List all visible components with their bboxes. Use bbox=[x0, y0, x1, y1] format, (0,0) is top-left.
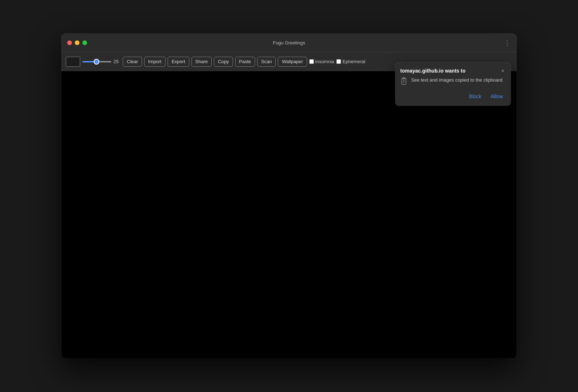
insomnia-checkbox-label[interactable]: Insomnia bbox=[309, 59, 335, 64]
popup-permission-row: See text and images copied to the clipbo… bbox=[400, 77, 506, 87]
window-title: Fugu Greetings bbox=[273, 40, 305, 45]
popup-actions: Block Allow bbox=[400, 92, 506, 101]
insomnia-label: Insomnia bbox=[315, 59, 335, 64]
main-canvas[interactable] bbox=[61, 71, 517, 358]
minimize-button[interactable] bbox=[75, 40, 79, 45]
window-menu-icon[interactable]: ⋮ bbox=[504, 39, 511, 47]
color-preview[interactable] bbox=[66, 57, 80, 67]
share-button[interactable]: Share bbox=[191, 57, 212, 67]
scan-button[interactable]: Scan bbox=[257, 57, 276, 67]
traffic-lights bbox=[67, 40, 87, 45]
slider-container: 25 bbox=[82, 59, 121, 64]
popup-body: See text and images copied to the clipbo… bbox=[395, 77, 511, 106]
popup-header: tomayac.github.io wants to × bbox=[395, 62, 511, 77]
mac-window: Fugu Greetings ⋮ 25 Clear Import Export … bbox=[61, 34, 517, 358]
allow-button[interactable]: Allow bbox=[488, 92, 506, 101]
ephemeral-label: Ephemeral bbox=[342, 59, 365, 64]
ephemeral-checkbox[interactable] bbox=[336, 59, 341, 64]
permission-popup: tomayac.github.io wants to × See tex bbox=[395, 62, 511, 106]
maximize-button[interactable] bbox=[82, 40, 87, 45]
copy-button[interactable]: Copy bbox=[214, 57, 233, 67]
size-slider[interactable] bbox=[82, 61, 111, 62]
popup-close-button[interactable]: × bbox=[500, 67, 506, 74]
permission-popup-container: tomayac.github.io wants to × See tex bbox=[395, 62, 511, 106]
popup-permission-text: See text and images copied to the clipbo… bbox=[411, 77, 502, 83]
clipboard-icon bbox=[400, 77, 407, 87]
paste-button[interactable]: Paste bbox=[235, 57, 255, 67]
import-button[interactable]: Import bbox=[144, 57, 165, 67]
wallpaper-button[interactable]: Wallpaper bbox=[278, 57, 307, 67]
ephemeral-checkbox-label[interactable]: Ephemeral bbox=[336, 59, 365, 64]
close-button[interactable] bbox=[67, 40, 72, 45]
export-button[interactable]: Export bbox=[168, 57, 189, 67]
popup-site-title: tomayac.github.io wants to bbox=[400, 68, 465, 74]
clear-button[interactable]: Clear bbox=[123, 57, 142, 67]
block-button[interactable]: Block bbox=[466, 92, 484, 101]
insomnia-checkbox[interactable] bbox=[309, 59, 314, 64]
title-bar: Fugu Greetings ⋮ bbox=[61, 34, 517, 52]
slider-value: 25 bbox=[113, 59, 121, 64]
